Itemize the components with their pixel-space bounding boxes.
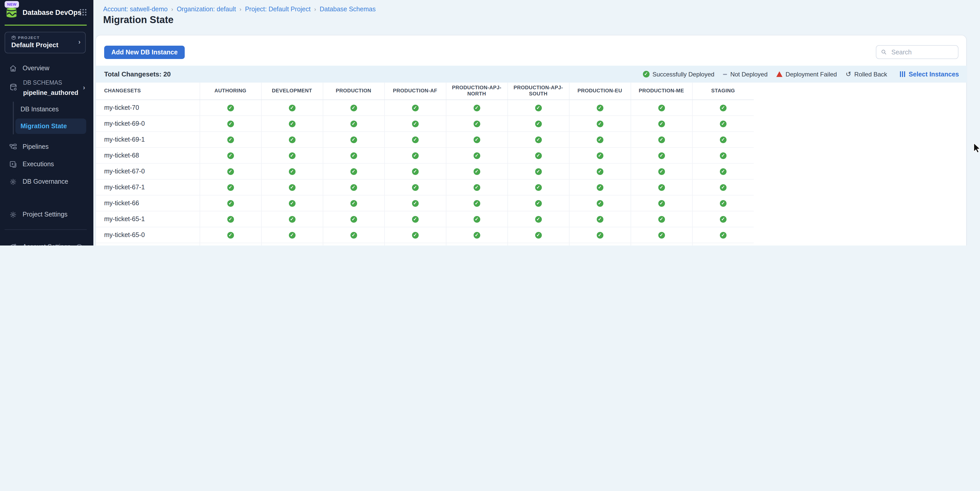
status-cell: [631, 147, 692, 163]
changeset-name: my-ticket-70: [96, 100, 200, 116]
status-cell: [446, 116, 508, 131]
status-cell: [323, 195, 384, 211]
success-status-icon: [227, 121, 234, 127]
rollback-icon: ↺: [846, 71, 851, 78]
add-new-db-instance-button[interactable]: Add New DB Instance: [104, 46, 185, 59]
sidebar-item-db-schemas[interactable]: DB SCHEMAS pipeline_authored ›: [0, 77, 93, 97]
breadcrumb-organization[interactable]: Organization: default: [177, 6, 236, 13]
success-status-icon: [658, 216, 665, 222]
sidebar-item-project-settings[interactable]: Project Settings: [0, 207, 93, 222]
changeset-name: my-ticket-65-0: [96, 227, 200, 243]
sidebar-item-overview[interactable]: Overview: [0, 61, 93, 75]
status-cell: [692, 243, 754, 246]
success-status-icon: [535, 216, 542, 222]
breadcrumb-account[interactable]: Account: satwell-demo: [103, 6, 168, 13]
chevron-right-icon: ›: [78, 38, 81, 46]
table-row: my-ticket-67-0: [96, 163, 754, 179]
sidebar-item-pipelines[interactable]: Pipelines: [0, 140, 93, 154]
sidebar: NEW Database DevOps PROJECT: [0, 0, 93, 246]
select-instances-button[interactable]: Select Instances: [900, 70, 959, 78]
project-selector[interactable]: PROJECT Default Project ›: [5, 32, 86, 53]
success-status-icon: [597, 216, 603, 222]
success-status-icon: [535, 168, 542, 175]
status-cell: [323, 179, 384, 195]
status-cell: [631, 211, 692, 227]
sidebar-item-migration-state[interactable]: Migration State: [15, 119, 86, 134]
status-cell: [384, 227, 446, 243]
search-box[interactable]: [876, 45, 958, 59]
db-schemas-label: DB SCHEMAS: [23, 79, 62, 86]
legend-rolled-back: ↺ Rolled Back: [846, 70, 887, 78]
app-grid-icon[interactable]: [80, 9, 87, 16]
success-status-icon: [473, 137, 480, 143]
table-row: my-ticket-65-0: [96, 227, 754, 243]
success-status-icon: [597, 232, 603, 238]
success-status-icon: [720, 184, 727, 191]
chevron-right-icon: ›: [171, 6, 173, 12]
success-status-icon: [289, 105, 295, 111]
status-cell: [446, 147, 508, 163]
success-status-icon: [473, 168, 480, 175]
success-status-icon: [597, 200, 603, 207]
status-cell: [200, 147, 261, 163]
changeset-name: my-ticket-64: [96, 243, 200, 246]
success-status-icon: [473, 153, 480, 159]
breadcrumb-project[interactable]: Project: Default Project: [245, 6, 311, 13]
sidebar-item-account-settings[interactable]: Account Settings i: [0, 240, 93, 246]
search-icon: [881, 49, 887, 56]
success-status-icon: [412, 137, 418, 143]
sidebar-item-executions[interactable]: Executions: [0, 157, 93, 172]
status-cell: [446, 163, 508, 179]
sidebar-item-db-governance[interactable]: DB Governance: [0, 175, 93, 189]
status-cell: [508, 131, 569, 147]
success-status-icon: [473, 184, 480, 191]
breadcrumb-database-schemas[interactable]: Database Schemas: [320, 6, 375, 13]
chevron-right-icon: ›: [240, 6, 242, 12]
success-status-icon: [289, 232, 295, 238]
success-status-icon: [720, 200, 727, 207]
status-cell: [446, 179, 508, 195]
changeset-name: my-ticket-65-1: [96, 211, 200, 227]
success-status-icon: [720, 153, 727, 159]
success-status-icon: [658, 168, 665, 175]
status-cell: [631, 100, 692, 116]
env-column-header: DEVELOPMENT: [261, 83, 323, 100]
success-status-icon: [289, 137, 295, 143]
status-cell: [323, 131, 384, 147]
success-status-icon: [350, 216, 357, 222]
gear-icon: [9, 178, 17, 186]
success-status-icon: [658, 153, 665, 159]
status-cell: [261, 147, 323, 163]
success-status-icon: [227, 105, 234, 111]
success-status-icon: [473, 105, 480, 111]
home-icon: [9, 64, 17, 72]
chevron-right-icon: ›: [83, 83, 85, 91]
migration-state-table: CHANGESETSAUTHORINGDEVELOPMENTPRODUCTION…: [96, 83, 754, 246]
status-cell: [261, 227, 323, 243]
status-cell: [200, 195, 261, 211]
sidebar-item-db-instances[interactable]: DB Instances: [0, 102, 93, 116]
pipelines-icon: [9, 143, 17, 151]
status-cell: [508, 100, 569, 116]
search-input[interactable]: [891, 48, 953, 56]
status-cell: [384, 147, 446, 163]
status-cell: [200, 100, 261, 116]
status-cell: [323, 100, 384, 116]
status-cell: [323, 227, 384, 243]
status-cell: [384, 163, 446, 179]
content-card: Add New DB Instance Total Changesets: 20…: [95, 35, 967, 246]
success-status-icon: [535, 184, 542, 191]
table-row: my-ticket-69-1: [96, 131, 754, 147]
status-cell: [631, 163, 692, 179]
success-status-icon: [289, 216, 295, 222]
changeset-name: my-ticket-68: [96, 147, 200, 163]
success-status-icon: [720, 232, 727, 238]
info-icon[interactable]: i: [76, 244, 82, 246]
success-status-icon: [227, 216, 234, 222]
success-status-icon: [720, 137, 727, 143]
status-cell: [631, 116, 692, 131]
status-cell: [446, 211, 508, 227]
legend-deployment-failed: Deployment Failed: [776, 70, 837, 78]
status-cell: [631, 179, 692, 195]
cube-icon: [11, 35, 16, 40]
